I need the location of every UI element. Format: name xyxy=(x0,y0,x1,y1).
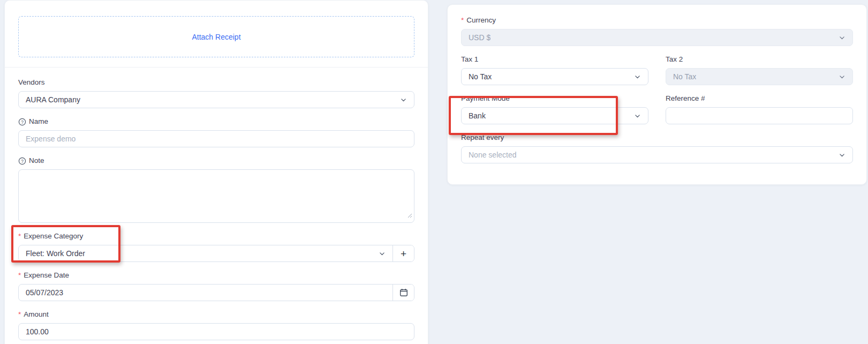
currency-label: * Currency xyxy=(461,16,853,25)
chevron-down-icon xyxy=(634,113,641,119)
tax1-selected-value: No Tax xyxy=(469,72,492,81)
amount-label: * Amount xyxy=(18,310,414,319)
date-picker-button[interactable] xyxy=(393,285,414,301)
vendors-label: Vendors xyxy=(18,78,414,87)
note-textarea[interactable] xyxy=(18,169,414,223)
vendors-field-group: Vendors AURA Company xyxy=(18,78,414,108)
required-asterisk: * xyxy=(18,310,21,319)
question-mark-icon: ? xyxy=(18,157,26,165)
chevron-down-icon xyxy=(634,73,641,80)
tax2-selected-value: No Tax xyxy=(673,72,696,81)
expense-form-body: Vendors AURA Company ? Name ? xyxy=(5,68,428,344)
chevron-down-icon xyxy=(400,96,407,103)
payment-row: Payment Mode Bank Reference # xyxy=(461,94,853,124)
repeat-every-field-group: Repeat every None selected xyxy=(461,133,853,163)
currency-selected-value: USD $ xyxy=(469,33,490,42)
reference-input[interactable] xyxy=(666,107,853,124)
expense-date-group xyxy=(18,284,414,301)
expense-category-field-group: * Expense Category Fleet: Work Order + xyxy=(18,232,414,262)
calendar-icon xyxy=(399,288,408,297)
expense-date-label: * Expense Date xyxy=(18,271,414,280)
required-asterisk: * xyxy=(18,271,21,280)
name-field-group: ? Name xyxy=(18,117,414,147)
payment-details-body: * Currency USD $ Tax 1 No Tax xyxy=(448,5,866,175)
add-category-button[interactable]: + xyxy=(393,245,414,261)
repeat-every-select[interactable]: None selected xyxy=(461,146,853,163)
plus-icon: + xyxy=(401,249,406,259)
expense-form-card: Attach Receipt Vendors AURA Company ? Na… xyxy=(4,0,428,344)
expense-date-field-group: * Expense Date xyxy=(18,271,414,301)
repeat-every-placeholder: None selected xyxy=(469,151,517,159)
note-textarea-wrap xyxy=(18,169,414,223)
question-mark-icon: ? xyxy=(18,118,26,126)
tax2-label: Tax 2 xyxy=(666,55,853,64)
receipt-header: Attach Receipt xyxy=(5,1,428,68)
amount-field-group: * Amount xyxy=(18,310,414,340)
tax2-select: No Tax xyxy=(666,68,853,85)
tax2-field-group: Tax 2 No Tax xyxy=(666,55,853,85)
name-label: ? Name xyxy=(18,117,414,126)
attach-receipt-label: Attach Receipt xyxy=(192,33,240,41)
chevron-down-icon xyxy=(839,152,846,159)
chevron-down-icon xyxy=(839,73,846,80)
required-asterisk: * xyxy=(461,16,464,25)
vendors-selected-value: AURA Company xyxy=(26,95,80,104)
amount-input[interactable] xyxy=(18,323,414,340)
resize-handle[interactable] xyxy=(407,211,412,220)
note-label: ? Note xyxy=(18,156,414,165)
vendors-select[interactable]: AURA Company xyxy=(18,91,414,108)
svg-text:?: ? xyxy=(21,119,24,124)
tax1-field-group: Tax 1 No Tax xyxy=(461,55,648,85)
tax1-select[interactable]: No Tax xyxy=(461,68,648,85)
required-asterisk: * xyxy=(18,232,21,241)
svg-text:?: ? xyxy=(21,158,24,163)
payment-mode-field-group: Payment Mode Bank xyxy=(461,94,648,124)
currency-select: USD $ xyxy=(461,29,853,46)
expense-category-selected-value: Fleet: Work Order xyxy=(26,249,85,258)
payment-mode-label: Payment Mode xyxy=(461,94,648,103)
expense-category-select[interactable]: Fleet: Work Order xyxy=(19,245,393,261)
name-input[interactable] xyxy=(18,130,414,147)
tax-row: Tax 1 No Tax Tax 2 No Tax xyxy=(461,55,853,85)
expense-category-group: Fleet: Work Order + xyxy=(18,245,414,262)
reference-label: Reference # xyxy=(666,94,853,103)
payment-mode-selected-value: Bank xyxy=(469,111,486,120)
currency-field-group: * Currency USD $ xyxy=(461,16,853,46)
payment-mode-select[interactable]: Bank xyxy=(461,107,648,124)
chevron-down-icon xyxy=(839,34,846,41)
attach-receipt-dropzone[interactable]: Attach Receipt xyxy=(18,16,414,57)
expense-date-input[interactable] xyxy=(19,285,393,301)
repeat-every-label: Repeat every xyxy=(461,133,853,142)
expense-category-label: * Expense Category xyxy=(18,232,414,241)
note-field-group: ? Note xyxy=(18,156,414,223)
reference-field-group: Reference # xyxy=(666,94,853,124)
payment-details-card: * Currency USD $ Tax 1 No Tax xyxy=(447,4,867,185)
tax1-label: Tax 1 xyxy=(461,55,648,64)
chevron-down-icon xyxy=(379,250,386,257)
